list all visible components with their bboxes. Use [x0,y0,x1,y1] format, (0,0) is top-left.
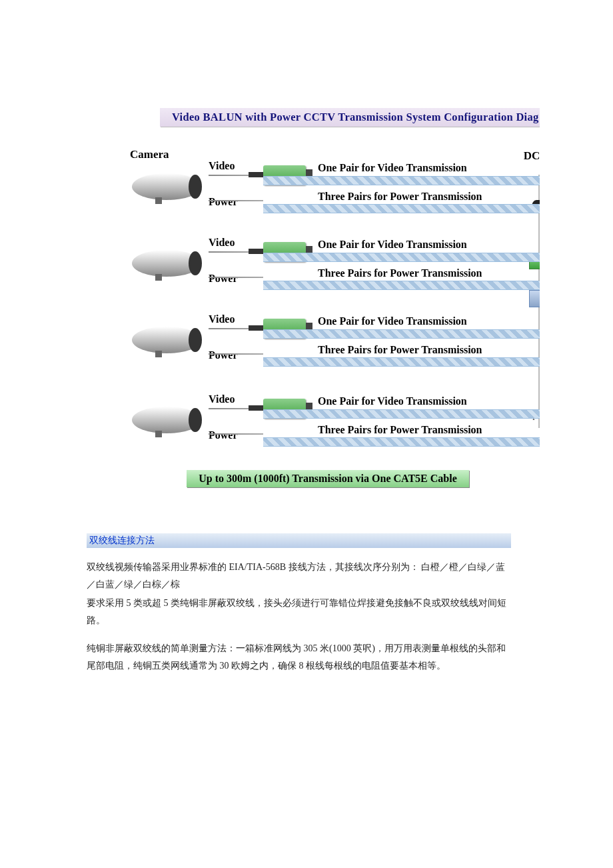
power-label: Power [209,196,238,208]
twisted-pair-line [263,176,540,185]
svg-point-10 [189,408,202,432]
video-label: Video [209,393,235,405]
lead-wire [209,433,263,435]
diagram-title-banner: Video BALUN with Power CCTV Transmission… [160,108,540,127]
camera-icon [130,245,203,282]
twisted-pair-line [263,329,540,339]
power-label: Power [209,349,238,361]
body-paragraph-3: 纯铜非屏蔽双绞线的简单测量方法：一箱标准网线为 305 米(1000 英呎)，用… [87,640,513,675]
three-pair-label: Three Pairs for Power Transmission [318,191,482,203]
camera-row-1: Video Power One Pair for Video Transmiss… [130,160,493,220]
twisted-pair-line [263,253,540,262]
svg-point-7 [189,328,202,352]
camera-label: Camera [130,148,169,161]
svg-point-4 [189,251,202,275]
svg-rect-2 [155,197,162,204]
lead-wire [209,277,263,278]
one-pair-label: One Pair for Video Transmission [318,395,467,407]
one-pair-label: One Pair for Video Transmission [318,162,467,174]
svg-rect-5 [155,274,162,281]
camera-row-4: Video Power One Pair for Video Transmiss… [130,393,493,453]
video-label: Video [209,313,235,325]
section-heading: 双绞线连接方法 [87,533,511,548]
three-pair-label: Three Pairs for Power Transmission [318,344,482,356]
svg-point-1 [189,175,202,199]
transmission-caption: Up to 300m (1000ft) Transmission via One… [187,470,469,487]
camera-icon [130,168,203,205]
one-pair-label: One Pair for Video Transmission [318,315,467,327]
twisted-pair-line [263,437,540,447]
svg-rect-8 [155,351,162,357]
camera-icon [130,321,203,359]
config-diagram: Video BALUN with Power CCTV Transmission… [87,100,540,513]
power-label: Power [209,273,238,285]
lead-wire [209,353,263,355]
twisted-pair-line [263,204,540,213]
one-pair-label: One Pair for Video Transmission [318,239,467,251]
camera-row-3: Video Power One Pair for Video Transmiss… [130,313,493,373]
receiver-box-icon [529,290,540,307]
dc-label: DC/ [524,149,540,163]
body-paragraph-1: 双绞线视频传输器采用业界标准的 EIA/TIA-568B 接线方法，其接线次序分… [87,559,513,593]
twisted-pair-line [263,357,540,367]
video-label: Video [209,160,235,172]
camera-icon [130,401,203,439]
video-label: Video [209,237,235,249]
svg-rect-11 [155,431,162,437]
lead-wire [209,200,263,201]
twisted-pair-line [263,409,540,419]
twisted-pair-line [263,281,540,290]
three-pair-label: Three Pairs for Power Transmission [318,267,482,279]
three-pair-label: Three Pairs for Power Transmission [318,424,482,436]
camera-row-2: Video Power One Pair for Video Transmiss… [130,237,493,297]
body-paragraph-2: 要求采用 5 类或超 5 类纯铜非屏蔽双绞线，接头必须进行可靠错位焊接避免接触不… [87,595,513,629]
power-label: Power [209,429,238,441]
